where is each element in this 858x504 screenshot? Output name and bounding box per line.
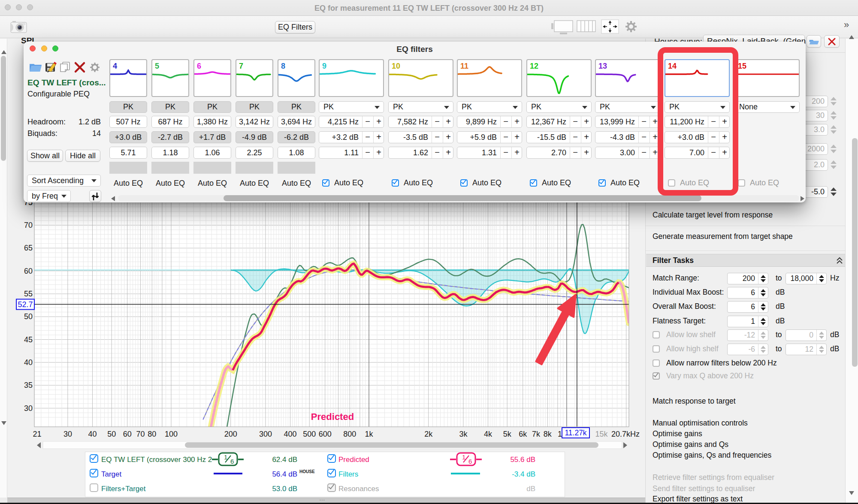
svg-text:45: 45 (24, 335, 33, 344)
svg-text:21: 21 (33, 430, 41, 438)
svg-text:100: 100 (165, 430, 178, 438)
svg-text:50: 50 (24, 312, 33, 321)
svg-text:400: 400 (284, 430, 296, 438)
svg-text:3k: 3k (459, 430, 468, 438)
svg-text:7k: 7k (532, 430, 541, 438)
svg-text:600: 600 (319, 430, 332, 438)
svg-text:70: 70 (24, 221, 33, 229)
svg-text:35: 35 (24, 381, 33, 389)
svg-text:70: 70 (136, 430, 145, 438)
svg-text:800: 800 (343, 430, 356, 438)
svg-text:52.7: 52.7 (18, 300, 33, 309)
svg-text:15k: 15k (595, 430, 608, 438)
svg-text:60: 60 (123, 430, 132, 438)
svg-text:4k: 4k (484, 430, 492, 438)
svg-text:5k: 5k (503, 430, 512, 438)
svg-text:65: 65 (24, 244, 33, 252)
svg-text:2k: 2k (424, 430, 433, 438)
svg-text:20.7kHz: 20.7kHz (611, 430, 640, 438)
svg-text:40: 40 (24, 358, 33, 367)
svg-text:6k: 6k (519, 430, 527, 438)
svg-text:55: 55 (24, 290, 33, 298)
svg-text:6: 6 (230, 458, 234, 465)
svg-text:6: 6 (468, 458, 472, 465)
svg-text:Predicted: Predicted (311, 411, 354, 422)
svg-text:500: 500 (303, 430, 316, 438)
svg-text:30: 30 (63, 430, 72, 438)
svg-text:1k: 1k (365, 430, 373, 438)
svg-text:8k: 8k (544, 430, 552, 438)
svg-text:60: 60 (24, 267, 33, 275)
svg-text:11.27k: 11.27k (565, 429, 586, 437)
svg-text:50: 50 (107, 430, 116, 438)
svg-text:30: 30 (24, 404, 33, 413)
svg-text:200: 200 (224, 430, 237, 438)
svg-text:40: 40 (88, 430, 97, 438)
svg-text:1: 1 (558, 430, 562, 438)
svg-text:80: 80 (148, 430, 156, 438)
svg-text:300: 300 (259, 430, 272, 438)
